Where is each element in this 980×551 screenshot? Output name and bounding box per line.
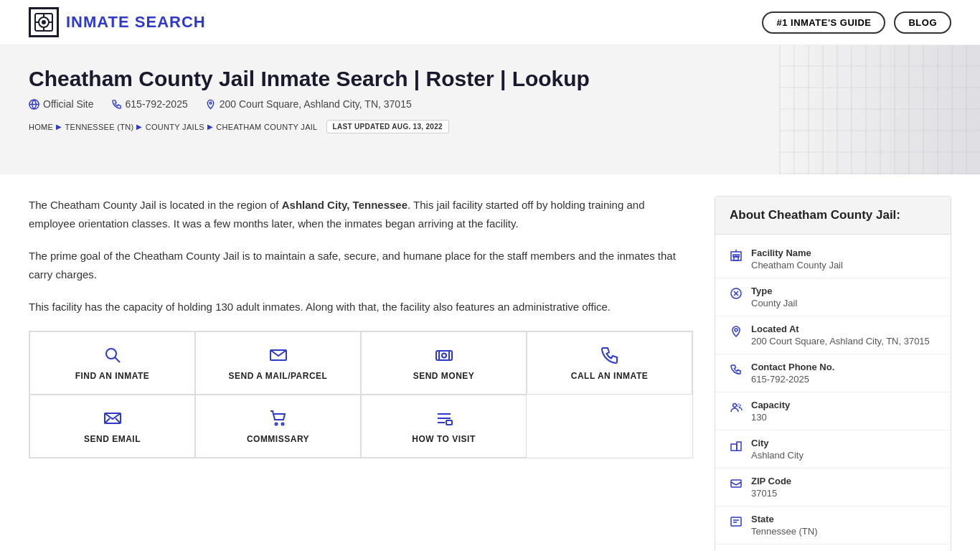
sidebar-item-type: Type County Jail (715, 278, 951, 316)
facility-name-content: Facility Name Cheatham County Jail (751, 248, 843, 270)
svg-rect-35 (731, 444, 737, 451)
commissary-label: COMMISSARY (247, 434, 309, 444)
svg-point-34 (738, 404, 740, 407)
location-content: Located At 200 Court Square, Ashland Cit… (751, 324, 930, 347)
send-email-cell[interactable]: SEND EMAIL (29, 395, 195, 458)
sidebar-items: Facility Name Cheatham County Jail Type … (715, 235, 951, 551)
money-icon (434, 345, 454, 365)
sidebar-item-facility-name: Facility Name Cheatham County Jail (715, 240, 951, 278)
sidebar-item-capacity: Capacity 130 (715, 392, 951, 430)
type-content: Type County Jail (751, 286, 797, 309)
city-content: City Ashland City (751, 438, 804, 461)
breadcrumb-sep2: ▶ (136, 123, 142, 131)
sidebar-item-city: City Ashland City (715, 430, 951, 468)
email-icon (103, 408, 123, 428)
capacity-value: 130 (751, 412, 790, 423)
how-to-visit-cell[interactable]: HOW TO VISIT (361, 395, 527, 458)
capacity-label: Capacity (751, 400, 790, 410)
action-row-2: SEND EMAIL COMMISSARY (29, 395, 692, 458)
send-money-cell[interactable]: SEND MONEY (361, 331, 527, 395)
breadcrumb-home[interactable]: HOME (29, 123, 53, 131)
facility-name-label: Facility Name (751, 248, 843, 258)
city-value: Ashland City (751, 450, 804, 461)
location-value: 200 Court Square, Ashland City, TN, 3701… (751, 336, 930, 347)
logo-link[interactable]: INMATE SEARCH (29, 7, 206, 37)
breadcrumb-county-jails[interactable]: COUNTY JAILS (146, 123, 204, 131)
svg-rect-36 (737, 442, 741, 451)
list-icon (434, 408, 454, 428)
type-icon (730, 287, 743, 300)
sidebar-box: About Cheatham County Jail: Facility Nam… (715, 196, 951, 551)
sidebar-title: About Cheatham County Jail: (715, 197, 951, 235)
official-site-link[interactable]: Official Site (29, 98, 94, 110)
call-inmate-label: CALL AN INMATE (571, 371, 648, 381)
main-content: The Cheatham County Jail is located in t… (0, 174, 980, 551)
svg-point-12 (442, 353, 446, 357)
hero-section: Cheatham County Jail Inmate Search | Ros… (0, 45, 980, 174)
search-icon (103, 345, 123, 365)
zip-icon (730, 477, 743, 490)
left-column: The Cheatham County Jail is located in t… (29, 196, 693, 551)
svg-point-18 (275, 423, 277, 425)
svg-point-7 (209, 102, 212, 104)
capacity-content: Capacity 130 (751, 400, 790, 423)
find-inmate-cell[interactable]: FIND AN INMATE (29, 331, 195, 395)
last-updated: LAST UPDATED AUG. 13, 2022 (326, 120, 449, 133)
guide-button[interactable]: #1 INMATE'S GUIDE (762, 11, 885, 34)
how-to-visit-label: HOW TO VISIT (412, 434, 475, 444)
sidebar-phone-icon (730, 363, 743, 376)
svg-point-8 (106, 349, 116, 359)
sidebar-item-location: Located At 200 Court Square, Ashland Cit… (715, 316, 951, 354)
svg-point-2 (42, 20, 46, 24)
breadcrumb-jail[interactable]: CHEATHAM COUNTY JAIL (216, 123, 317, 131)
svg-point-32 (735, 329, 738, 331)
send-mail-label: SEND A MAIL/PARCEL (229, 371, 328, 381)
sidebar-item-phone: Contact Phone No. 615-792-2025 (715, 354, 951, 392)
paragraph-3: This facility has the capacity of holdin… (29, 298, 693, 316)
call-inmate-cell[interactable]: CALL AN INMATE (527, 331, 692, 395)
phone-content: Contact Phone No. 615-792-2025 (751, 362, 834, 385)
capacity-icon (730, 401, 743, 414)
page-title: Cheatham County Jail Inmate Search | Ros… (29, 67, 603, 91)
sidebar-item-county: County (715, 545, 951, 551)
city-icon (730, 439, 743, 452)
type-label: Type (751, 286, 797, 296)
breadcrumb-state[interactable]: TENNESSEE (TN) (65, 123, 134, 131)
zip-value: 37015 (751, 488, 791, 499)
send-money-label: SEND MONEY (413, 371, 475, 381)
facility-name-value: Cheatham County Jail (751, 260, 843, 270)
building-icon (730, 249, 743, 262)
svg-rect-23 (446, 420, 452, 425)
breadcrumb-sep3: ▶ (207, 123, 213, 131)
action-grid: FIND AN INMATE SEND A MAIL/PARCEL (29, 331, 693, 458)
commissary-cell[interactable]: COMMISSARY (195, 395, 361, 458)
hero-background (779, 45, 980, 174)
svg-rect-24 (731, 252, 741, 260)
body-text: The Cheatham County Jail is located in t… (29, 196, 693, 316)
state-label: State (751, 514, 817, 524)
header: INMATE SEARCH #1 INMATE'S GUIDE BLOG (0, 0, 980, 45)
city-label: City (751, 438, 804, 448)
location-icon (730, 325, 743, 338)
zip-label: ZIP Code (751, 476, 791, 486)
paragraph-1: The Cheatham County Jail is located in t… (29, 196, 693, 232)
state-icon (730, 515, 743, 528)
svg-line-16 (105, 418, 110, 423)
logo-text: INMATE SEARCH (66, 13, 206, 32)
mail-icon (268, 345, 288, 365)
phone-value: 615-792-2025 (751, 374, 834, 385)
phone-icon (600, 345, 620, 365)
cart-icon (268, 408, 288, 428)
location-label: Located At (751, 324, 930, 334)
send-mail-cell[interactable]: SEND A MAIL/PARCEL (195, 331, 361, 395)
svg-rect-27 (734, 257, 738, 260)
blog-button[interactable]: BLOG (894, 11, 951, 34)
phone-label: Contact Phone No. (751, 362, 834, 372)
breadcrumb-sep1: ▶ (56, 123, 62, 131)
svg-line-9 (115, 357, 120, 362)
svg-rect-42 (731, 517, 741, 526)
type-value: County Jail (751, 298, 797, 309)
paragraph-2: The prime goal of the Cheatham County Ja… (29, 247, 693, 283)
header-nav: #1 INMATE'S GUIDE BLOG (762, 11, 951, 34)
svg-line-17 (116, 418, 121, 423)
